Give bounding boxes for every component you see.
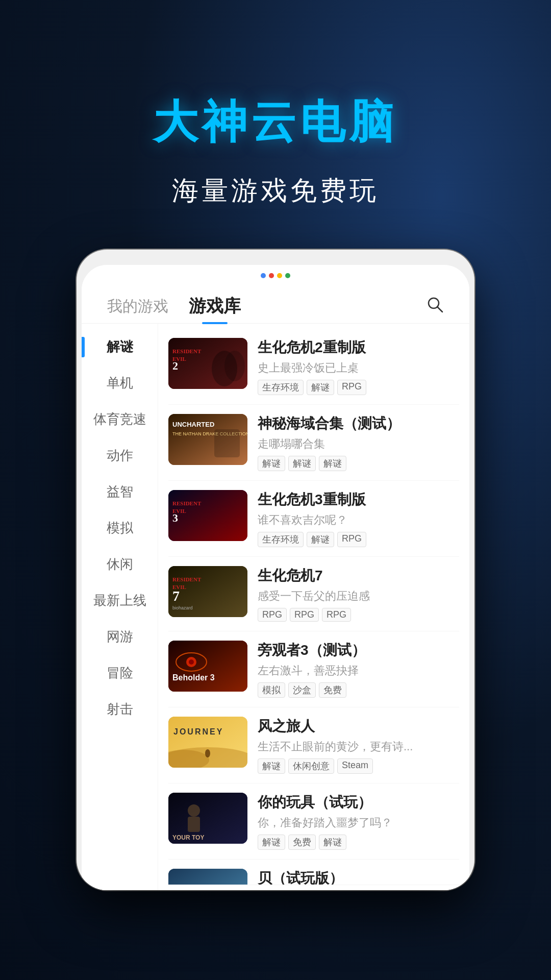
game-title-re3: 生化危机3重制版 <box>258 490 459 509</box>
game-item-beholder[interactable]: Beholder 3 旁观者3（测试） 左右激斗，善恶抉择 模拟 沙盒 免费 <box>168 631 459 707</box>
tag: 沙盒 <box>288 682 316 698</box>
game-title-yourtoy: 你的玩具（试玩） <box>258 793 459 812</box>
svg-rect-45 <box>188 817 200 832</box>
sidebar-item-action[interactable]: 动作 <box>82 437 158 474</box>
app-title: 大神云电脑 <box>0 92 551 153</box>
nav-my-games[interactable]: 我的游戏 <box>107 296 168 317</box>
tags-re7: RPG RPG RPG <box>258 608 459 622</box>
game-thumb-re7: RESIDENT EVIL 7 biohazard <box>168 566 247 617</box>
game-desc-re2: 史上最强冷饭已上桌 <box>258 360 459 376</box>
game-info-journey: 风之旅人 生活不止眼前的黄沙，更有诗... 解谜 休闲创意 Steam <box>258 717 459 774</box>
game-desc-re3: 谁不喜欢吉尔呢？ <box>258 512 459 528</box>
tag: RPG <box>337 380 366 395</box>
sidebar-item-casual[interactable]: 休闲 <box>82 546 158 582</box>
sidebar-item-sports[interactable]: 体育竞速 <box>82 401 158 437</box>
sidebar-item-online[interactable]: 网游 <box>82 619 158 655</box>
game-title-journey: 风之旅人 <box>258 717 459 736</box>
game-item-re2[interactable]: RESIDENT EVIL 2 生化危机2重制版 史上最强冷饭已上桌 生存环境 <box>168 329 459 405</box>
game-desc-re7: 感受一下岳父的压迫感 <box>258 589 459 604</box>
svg-text:biohazard: biohazard <box>172 605 193 610</box>
tag: 免费 <box>319 682 346 698</box>
svg-text:7: 7 <box>172 588 180 604</box>
dot-green <box>285 273 290 278</box>
tag: Steam <box>337 758 373 774</box>
app-subtitle: 海量游戏免费玩 <box>0 173 551 209</box>
tag: 解谜 <box>258 835 285 850</box>
svg-text:RESIDENT: RESIDENT <box>172 576 202 582</box>
tag: 解谜 <box>258 456 285 471</box>
svg-text:YOUR TOY: YOUR TOY <box>172 834 204 841</box>
tags-re2: 生存环境 解谜 RPG <box>258 380 459 395</box>
game-thumb-re2: RESIDENT EVIL 2 <box>168 338 247 389</box>
phone-notch <box>82 265 469 284</box>
tags-journey: 解谜 休闲创意 Steam <box>258 758 459 774</box>
game-thumb-yourtoy: YOUR TOY <box>168 793 247 844</box>
game-info-re2: 生化危机2重制版 史上最强冷饭已上桌 生存环境 解谜 RPG <box>258 338 459 395</box>
tags-beholder: 模拟 沙盒 免费 <box>258 682 459 698</box>
svg-text:RESIDENT: RESIDENT <box>172 348 202 354</box>
tag: 解谜 <box>319 835 346 850</box>
tag: 解谜 <box>307 380 334 395</box>
sidebar-item-puzzle[interactable]: 解谜 <box>82 329 158 365</box>
sidebar-item-sim[interactable]: 模拟 <box>82 510 158 546</box>
tag: 解谜 <box>258 758 285 774</box>
game-title-re2: 生化危机2重制版 <box>258 338 459 357</box>
game-info-re7: 生化危机7 感受一下岳父的压迫感 RPG RPG RPG <box>258 566 459 622</box>
sidebar-item-adventure[interactable]: 冒险 <box>82 655 158 691</box>
tag: RPG <box>290 608 319 622</box>
game-item-journey[interactable]: JOURNEY 风之旅人 生活不止眼前的黄沙，更有诗... 解谜 休闲创意 St… <box>168 707 459 783</box>
sidebar-item-singleplayer[interactable]: 单机 <box>82 365 158 401</box>
sidebar-item-new[interactable]: 最新上线 <box>82 582 158 619</box>
tag: RPG <box>337 532 366 547</box>
svg-text:RESIDENT: RESIDENT <box>172 500 202 506</box>
svg-text:UNCHARTED: UNCHARTED <box>172 421 214 428</box>
game-item-rime[interactable]: RiME 贝（试玩版） <box>168 860 459 885</box>
game-desc-yourtoy: 你，准备好踏入噩梦了吗？ <box>258 815 459 830</box>
tags-uncharted: 解谜 解谜 解谜 <box>258 456 459 471</box>
game-title-re7: 生化危机7 <box>258 566 459 585</box>
svg-text:JOURNEY: JOURNEY <box>173 727 223 736</box>
search-icon[interactable] <box>425 295 444 318</box>
tag: 生存环境 <box>258 532 304 547</box>
tag: RPG <box>322 608 351 622</box>
tag: 模拟 <box>258 682 285 698</box>
game-info-re3: 生化危机3重制版 谁不喜欢吉尔呢？ 生存环境 解谜 RPG <box>258 490 459 547</box>
svg-rect-47 <box>168 869 247 885</box>
svg-text:2: 2 <box>172 359 178 372</box>
header-section: 大神云电脑 海量游戏免费玩 <box>0 0 551 209</box>
game-item-re3[interactable]: RESIDENT EVIL 3 生化危机3重制版 谁不喜欢吉尔呢？ 生存环境 解… <box>168 481 459 557</box>
game-title-uncharted: 神秘海域合集（测试） <box>258 414 459 433</box>
dot-red <box>269 273 274 278</box>
game-thumb-beholder: Beholder 3 <box>168 641 247 692</box>
tag: 解谜 <box>307 532 334 547</box>
game-desc-journey: 生活不止眼前的黄沙，更有诗... <box>258 739 459 754</box>
dot-yellow <box>277 273 282 278</box>
content-area: 解谜 单机 体育竞速 动作 益智 模拟 休闲 最新上线 网游 冒险 射击 <box>82 324 469 890</box>
svg-point-44 <box>188 804 200 817</box>
svg-text:Beholder 3: Beholder 3 <box>172 673 215 682</box>
svg-line-13 <box>437 307 442 312</box>
tags-yourtoy: 解谜 免费 解谜 <box>258 835 459 850</box>
game-item-yourtoy[interactable]: YOUR TOY 你的玩具（试玩） 你，准备好踏入噩梦了吗？ 解谜 免费 解谜 <box>168 783 459 860</box>
game-thumb-journey: JOURNEY <box>168 717 247 768</box>
game-info-uncharted: 神秘海域合集（测试） 走哪塌哪合集 解谜 解谜 解谜 <box>258 414 459 471</box>
svg-rect-24 <box>168 490 247 541</box>
tag: 生存环境 <box>258 380 304 395</box>
game-thumb-rime: RiME <box>168 869 247 885</box>
game-thumb-uncharted: UNCHARTED THE NATHAN DRAKE COLLECTION <box>168 414 247 465</box>
nav-game-lib[interactable]: 游戏库 <box>189 295 241 318</box>
tags-re3: 生存环境 解谜 RPG <box>258 532 459 547</box>
game-desc-uncharted: 走哪塌哪合集 <box>258 436 459 452</box>
sidebar-item-shooter[interactable]: 射击 <box>82 691 158 727</box>
game-info-yourtoy: 你的玩具（试玩） 你，准备好踏入噩梦了吗？ 解谜 免费 解谜 <box>258 793 459 850</box>
svg-point-41 <box>205 749 210 757</box>
game-desc-beholder: 左右激斗，善恶抉择 <box>258 663 459 678</box>
google-dots <box>261 273 290 278</box>
game-title-rime: 贝（试玩版） <box>258 869 459 885</box>
game-thumb-re3: RESIDENT EVIL 3 <box>168 490 247 541</box>
game-item-uncharted[interactable]: UNCHARTED THE NATHAN DRAKE COLLECTION 神秘… <box>168 405 459 481</box>
tag: 解谜 <box>319 456 346 471</box>
sidebar-item-puzzle2[interactable]: 益智 <box>82 474 158 510</box>
game-item-re7[interactable]: RESIDENT EVIL 7 biohazard 生化危机7 感受一下岳父的压… <box>168 557 459 631</box>
tag: 休闲创意 <box>288 758 334 774</box>
